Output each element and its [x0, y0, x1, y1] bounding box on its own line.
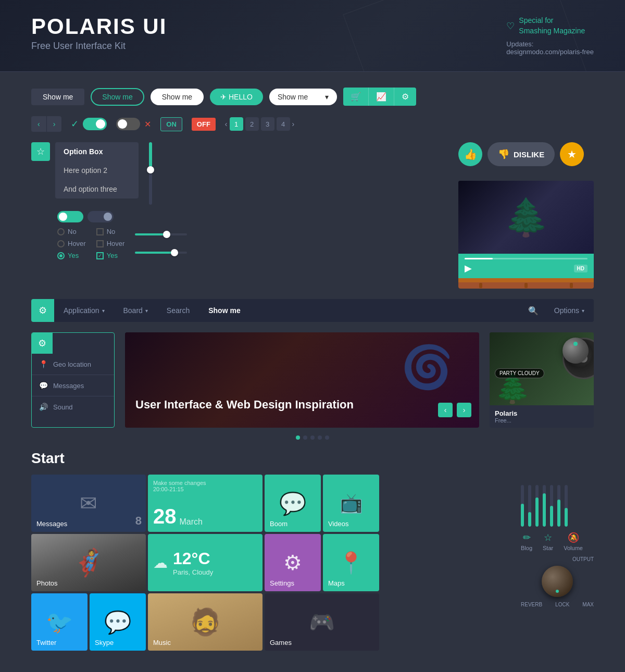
slider-knob-1 [163, 231, 170, 238]
tile-boom[interactable]: 💬 Boom [265, 475, 321, 532]
check-hover[interactable]: Hover [96, 240, 125, 247]
trend-button[interactable]: 📈 [368, 88, 394, 106]
eq-slider-4[interactable] [543, 485, 546, 527]
video-progress-bar[interactable] [465, 258, 588, 259]
search-icon-button[interactable]: 🔍 [522, 306, 545, 316]
toggle-switch-1[interactable] [83, 118, 107, 130]
slider-2[interactable] [135, 252, 187, 254]
eq-track-1 [521, 485, 524, 527]
large-toggle-2[interactable] [88, 211, 114, 222]
radio-yes[interactable]: Yes [57, 252, 86, 259]
page-3[interactable]: 3 [261, 117, 274, 131]
dot-1[interactable] [296, 435, 300, 440]
reverb-knob[interactable] [542, 566, 573, 597]
slider-1[interactable] [135, 233, 187, 235]
volume-knob[interactable] [562, 338, 589, 364]
dot-2[interactable] [303, 435, 307, 440]
off-label[interactable]: OFF [192, 118, 216, 131]
video-controls: ▶ HD [465, 263, 588, 274]
carousel-prev-button[interactable]: ‹ [438, 403, 453, 417]
tile-calendar[interactable]: Make some changes20:00-21:15 28 March [148, 475, 262, 532]
slider-fill-2 [135, 252, 174, 254]
tile-settings[interactable]: ⚙ Settings [265, 534, 321, 591]
play-button[interactable]: ▶ [465, 263, 472, 274]
sidebar-item-messages[interactable]: 💬 Messages [32, 375, 114, 396]
sidebar-panel-header-row: ⚙ [32, 333, 114, 354]
star-favorite-button[interactable]: ★ [560, 142, 584, 166]
hello-button[interactable]: ✈ HELLO [210, 89, 263, 105]
next-arrow[interactable]: › [47, 116, 62, 132]
on-label[interactable]: ON [160, 117, 182, 131]
show-me-button-3[interactable]: Show me [151, 89, 204, 105]
app-subtitle: Free User Interface Kit [31, 41, 167, 52]
prev-arrow[interactable]: ‹ [31, 116, 47, 132]
tiles-row-2: 🦸 Photos ☁ 12°C Paris, Cloudy [31, 534, 510, 591]
dropdown-option-3[interactable]: And option three [55, 180, 139, 198]
gear-button[interactable]: ⚙ [394, 88, 416, 106]
tile-music[interactable]: 🧔 Music [148, 593, 262, 651]
eq-slider-3[interactable] [535, 485, 539, 527]
dot-3[interactable] [310, 435, 315, 440]
dropdown-option-1[interactable]: Option Box [55, 142, 139, 161]
tile-messages[interactable]: ✉ Messages 8 [31, 475, 146, 532]
eq-slider-5[interactable] [550, 485, 553, 527]
vertical-slider-fill [149, 142, 152, 167]
page-1[interactable]: 1 [230, 117, 243, 131]
eq-slider-1[interactable] [521, 485, 524, 527]
page-next[interactable]: › [292, 120, 295, 128]
eq-volume-label[interactable]: 🔕 Volume [564, 532, 583, 551]
eq-slider-2[interactable] [528, 485, 531, 527]
radio-hover[interactable]: Hover [57, 240, 86, 247]
carousel-main: 🌀 User Interface & Web Design Inspiratio… [125, 332, 479, 428]
sidebar-gear-icon[interactable]: ⚙ [32, 333, 53, 354]
star-icon-eq: ☆ [544, 532, 552, 543]
tiles-row-3: 🐦 Twitter 💬 Skype 🧔 Music 🎮 [31, 593, 510, 651]
header-left: POLARIS UI Free User Interface Kit [31, 16, 167, 52]
horizontal-sliders: No Hover Yes [31, 211, 229, 259]
show-me-select-button[interactable]: Show me ▾ [269, 89, 337, 105]
dot-4[interactable] [318, 435, 322, 440]
check-no[interactable]: No [96, 228, 125, 235]
tile-weather[interactable]: ☁ 12°C Paris, Cloudy [148, 534, 262, 591]
show-me-button-2[interactable]: Show me [91, 88, 144, 106]
show-me-button-1[interactable]: Show me [31, 89, 84, 105]
page-prev[interactable]: ‹ [225, 120, 228, 128]
navbar-item-showme[interactable]: Show me [199, 299, 249, 322]
dislike-button[interactable]: 👎 DISLIKE [488, 142, 555, 166]
navbar-item-search[interactable]: Search [157, 299, 199, 322]
tile-twitter[interactable]: 🐦 Twitter [31, 593, 88, 651]
weather-info: 12°C Paris, Cloudy [173, 549, 213, 576]
tile-videos[interactable]: 📺 Videos [323, 475, 379, 532]
dropdown-option-2[interactable]: Here option 2 [55, 161, 139, 180]
tile-skype[interactable]: 💬 Skype [90, 593, 146, 651]
large-toggle-1[interactable] [57, 211, 83, 222]
check-yes[interactable]: ✓ Yes [96, 252, 125, 259]
navbar-item-options[interactable]: Options ▾ [545, 299, 594, 322]
sidebar-item-geolocation[interactable]: 📍 Geo location [32, 354, 114, 375]
page-4[interactable]: 4 [277, 117, 290, 131]
tile-maps[interactable]: 📍 Maps [323, 534, 379, 591]
sidebar-item-sound[interactable]: 🔊 Sound [32, 396, 114, 417]
eq-blog-label[interactable]: ✏ Blog [521, 532, 532, 551]
carousel-next-button[interactable]: › [457, 403, 471, 417]
eq-slider-7[interactable] [565, 485, 568, 527]
cart-button[interactable]: 🛒 [343, 88, 368, 106]
radio-no[interactable]: No [57, 228, 86, 235]
dot-5[interactable] [325, 435, 329, 440]
toggle-switch-2[interactable] [116, 118, 140, 130]
navbar-item-board[interactable]: Board ▾ [114, 299, 157, 322]
navbar-item-application[interactable]: Application ▾ [54, 299, 114, 322]
checkmark-icon: ✓ [71, 118, 79, 130]
weather-cloud-icon: ☁ [153, 554, 168, 571]
eq-slider-6[interactable] [557, 485, 560, 527]
check-no-label: No [107, 228, 116, 235]
tile-games[interactable]: 🎮 Games [265, 593, 379, 651]
page-2[interactable]: 2 [245, 117, 259, 131]
tile-photos[interactable]: 🦸 Photos [31, 534, 146, 591]
eq-star-label[interactable]: ☆ Star [543, 532, 553, 551]
eq-fill-6 [557, 500, 560, 527]
star-button[interactable]: ☆ [31, 142, 50, 161]
navbar-gear-icon[interactable]: ⚙ [31, 299, 54, 322]
vertical-slider-track[interactable] [149, 142, 152, 205]
like-button[interactable]: 👍 [458, 142, 482, 166]
